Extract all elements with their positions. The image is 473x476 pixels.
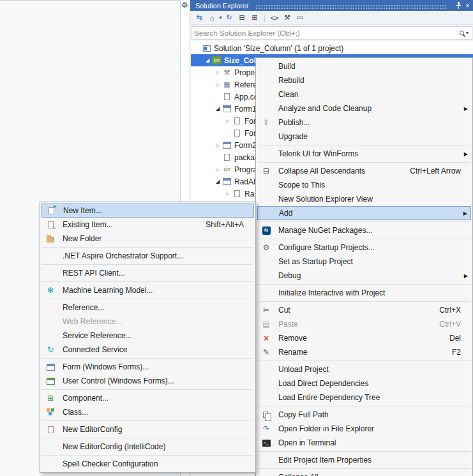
menu-item-initialize-interactive-with-project[interactable]: Initialize Interactive with Project: [257, 286, 471, 300]
menu-item-collapse-all[interactable]: Collapse All: [257, 470, 471, 476]
menu-item-existing-item[interactable]: Existing Item...Shift+Alt+A: [41, 218, 254, 232]
menu-separator: [258, 361, 470, 361]
views-caret-icon[interactable]: ▾: [218, 15, 223, 20]
terminal-icon: [262, 440, 271, 447]
menu-item-web-reference[interactable]: Web Reference...: [41, 315, 254, 329]
component-icon: ⊞: [41, 394, 59, 402]
expander-collapsed-icon[interactable]: ▷: [214, 70, 221, 75]
publish-icon: ⇧: [263, 119, 269, 126]
search-icon[interactable]: [460, 31, 464, 35]
menu-item-form-windows-forms[interactable]: Form (Windows Forms)...: [41, 360, 254, 374]
expander-collapsed-icon[interactable]: ▷: [214, 82, 221, 87]
menu-item-debug[interactable]: Debug▶: [257, 269, 471, 283]
menu-item-load-entire-dependency-tree[interactable]: Load Entire Dependency Tree: [257, 390, 471, 405]
switch-views-icon[interactable]: ⌂: [207, 14, 217, 22]
menu-item-configure-startup-projects[interactable]: ⚙Configure Startup Projects...: [257, 241, 471, 255]
existing-item-icon: [48, 221, 54, 228]
menu-item-label: Collapse All: [275, 473, 319, 476]
expander-collapsed-icon[interactable]: ▷: [214, 167, 221, 172]
menu-item-analyze-and-code-cleanup[interactable]: Analyze and Code Cleanup▶: [257, 101, 471, 115]
menu-item-rest-api-client[interactable]: REST API Client...: [41, 266, 254, 280]
expander-expanded-icon[interactable]: ◢: [214, 106, 221, 112]
menu-item-build[interactable]: Build: [257, 59, 471, 73]
copy-path-icon: [257, 412, 275, 418]
menu-item-add[interactable]: Add▶: [257, 206, 471, 220]
properties-wrench-icon[interactable]: ⚒: [282, 13, 292, 22]
menu-item-unload-project[interactable]: Unload Project: [257, 362, 471, 376]
menu-item-collapse-all-descendants[interactable]: ⊟Collapse All DescendantsCtrl+Left Arrow: [257, 164, 471, 178]
menu-item-edit-project-item-properties[interactable]: Edit Project Item Properties: [257, 453, 471, 467]
menu-item-publish[interactable]: ⇧Publish...: [257, 115, 471, 130]
winform-icon: [41, 364, 59, 371]
expander-collapsed-icon[interactable]: ▷: [224, 191, 232, 197]
search-input[interactable]: [191, 29, 458, 37]
properties-icon: ⚒: [224, 69, 230, 76]
menu-item-spell-checker-configuration[interactable]: Spell Checker Configuration: [41, 457, 254, 471]
drag-grip: [255, 4, 447, 9]
ml-model-icon: ✻: [47, 286, 54, 294]
menu-item-reference[interactable]: Reference...: [41, 301, 254, 315]
menu-item-label: Reference...: [59, 303, 104, 312]
menu-item-manage-nuget-packages[interactable]: Manage NuGet Packages...: [257, 223, 471, 237]
menu-item-copy-full-path[interactable]: Copy Full Path: [257, 408, 471, 422]
close-icon[interactable]: ×: [465, 2, 470, 10]
menu-item-telerik-ui-for-winforms[interactable]: Telerik UI for WinForms▶: [257, 147, 471, 161]
solution-explorer-toolbar: ⇆⌂▾↻⊟⊞|<>⚒▭: [190, 11, 473, 25]
new-folder-icon: [47, 237, 54, 242]
menu-separator: [258, 468, 470, 469]
menu-item-new-folder[interactable]: New Folder: [41, 232, 254, 246]
show-all-files-icon[interactable]: ⊞: [250, 13, 260, 22]
expander-expanded-icon[interactable]: ◢: [214, 179, 221, 184]
menu-item-label: New EditorConfig (IntelliCode): [59, 442, 165, 451]
preview-icon[interactable]: ▭: [295, 13, 305, 22]
winform-icon: [222, 141, 232, 150]
sync-with-active-document-icon[interactable]: ⇆: [194, 13, 204, 22]
menu-item-label: User Control (Windows Forms)...: [59, 376, 174, 385]
expander-collapsed-icon[interactable]: ▷: [214, 143, 221, 148]
menu-item-new-editorconfig-intellicode[interactable]: New EditorConfig (IntelliCode): [41, 440, 254, 454]
expander-collapsed-icon[interactable]: ▷: [224, 119, 232, 124]
solution-explorer-header[interactable]: Solution Explorer ×: [190, 0, 473, 11]
menu-item-rename[interactable]: ✎RenameF2: [257, 345, 471, 359]
menu-item-new-solution-explorer-view[interactable]: New Solution Explorer View: [257, 192, 471, 206]
gear-icon[interactable]: ⚙: [181, 1, 188, 10]
cs-file-icon: [222, 165, 232, 174]
menu-item-label: Component...: [59, 394, 109, 403]
doc-icon: [224, 93, 230, 100]
tree-item-solution-size-column-1-of-1-project[interactable]: Solution 'Size_Column' (1 of 1 project): [191, 42, 473, 54]
menu-item-remove[interactable]: ×RemoveDel: [257, 331, 471, 345]
menu-item-upgrade[interactable]: Upgrade: [257, 130, 471, 144]
menu-item-label: Remove: [275, 334, 307, 343]
menu-item-cut[interactable]: ✂CutCtrl+X: [257, 303, 471, 317]
menu-item-load-direct-dependencies[interactable]: Load Direct Dependencies: [257, 376, 471, 390]
menu-separator: [258, 221, 470, 222]
menu-item-component[interactable]: ⊞Component...: [41, 391, 254, 405]
pin-icon[interactable]: [456, 2, 462, 9]
code-view-icon[interactable]: <>: [269, 14, 280, 22]
menu-item-new-item[interactable]: New Item...: [41, 204, 254, 218]
solution-icon: [203, 45, 211, 52]
collapse-all-icon[interactable]: ⊟: [237, 13, 247, 22]
search-caret-icon[interactable]: ▾: [466, 30, 469, 36]
menu-item-set-as-startup-project[interactable]: Set as Startup Project: [257, 255, 471, 269]
menu-item-class[interactable]: Class...: [41, 405, 254, 419]
menu-item-clean[interactable]: Clean: [257, 87, 471, 101]
menu-item-net-aspire-orchestrator-support[interactable]: .NET Aspire Orchestrator Support...: [41, 249, 254, 263]
refresh-icon[interactable]: ↻: [224, 13, 234, 22]
menu-item-new-editorconfig[interactable]: New EditorConfig: [41, 422, 254, 436]
menu-separator: [258, 301, 470, 302]
menu-item-machine-learning-model[interactable]: ✻Machine Learning Model...: [41, 283, 254, 297]
pin-glyph: [456, 2, 462, 9]
menu-item-user-control-windows-forms[interactable]: User Control (Windows Forms)...: [41, 374, 254, 388]
menu-item-service-reference[interactable]: Service Reference...: [41, 329, 254, 343]
menu-item-open-in-terminal[interactable]: Open in Terminal: [257, 436, 471, 450]
menu-item-paste[interactable]: ▤PasteCtrl+V: [257, 317, 471, 331]
doc-icon: [232, 129, 242, 138]
gear-icon: ⚙: [257, 244, 275, 251]
menu-item-label: Connected Service: [59, 345, 127, 354]
menu-item-scope-to-this[interactable]: Scope to This: [257, 178, 471, 192]
expander-expanded-icon[interactable]: ◢: [204, 57, 211, 63]
menu-item-rebuild[interactable]: Rebuild: [257, 73, 471, 87]
menu-item-open-folder-in-file-explorer[interactable]: ↷Open Folder in File Explorer: [257, 422, 471, 436]
menu-item-connected-service[interactable]: ↻Connected Service: [41, 343, 254, 357]
